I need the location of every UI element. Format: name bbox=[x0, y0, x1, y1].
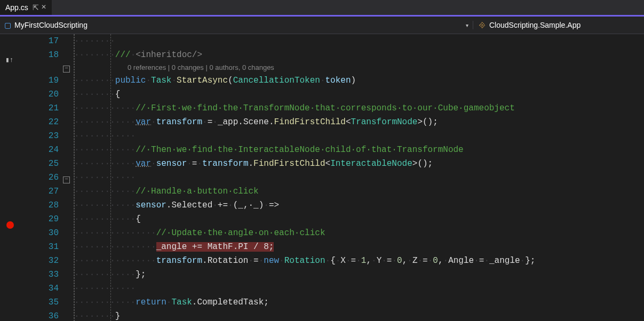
suggestion-indicator-icon[interactable]: ▮↑ bbox=[5, 53, 20, 67]
code-line[interactable]: ············var·sensor·=·transform.FindF… bbox=[74, 157, 644, 171]
nav-right-label: CloudScripting.Sample.App bbox=[489, 21, 581, 29]
nav-left-label: MyFirstCloudScripting bbox=[14, 21, 88, 29]
line-number: 19 bbox=[26, 74, 59, 87]
indent-guide bbox=[74, 34, 75, 321]
code-line[interactable]: ············ bbox=[74, 282, 644, 295]
code-line[interactable]: ············//·Handle·a·button·click bbox=[74, 184, 644, 198]
code-line[interactable]: ········{ bbox=[74, 87, 644, 101]
line-number: 32 bbox=[26, 254, 59, 268]
nav-class-dropdown[interactable]: 🞜 CloudScripting.Sample.App bbox=[473, 21, 644, 29]
line-number: 34 bbox=[26, 282, 59, 295]
breakpoint-icon[interactable] bbox=[5, 218, 20, 232]
line-number: 30 bbox=[26, 226, 59, 240]
code-area[interactable]: ········ ········///·<inheritdoc/> 0 ref… bbox=[74, 34, 644, 321]
line-number: 24 bbox=[26, 143, 59, 157]
line-number: 26 bbox=[26, 171, 59, 184]
code-line[interactable]: ················transform.Rotation·=·new… bbox=[74, 254, 644, 268]
fold-toggle-icon[interactable]: − bbox=[63, 66, 70, 73]
code-line[interactable]: ········public·Task·StartAsync(Cancellat… bbox=[74, 74, 644, 87]
close-icon[interactable]: ✕ bbox=[41, 3, 46, 12]
line-number: 25 bbox=[26, 157, 59, 171]
code-line[interactable]: ············ bbox=[74, 129, 644, 143]
code-line[interactable]: ················//·Update·the·angle·on·e… bbox=[74, 226, 644, 240]
line-number: 35 bbox=[26, 295, 59, 309]
code-line[interactable]: ········ bbox=[74, 34, 644, 48]
glyph-margin[interactable]: ▮↑ bbox=[0, 34, 26, 321]
line-number: 28 bbox=[26, 198, 59, 212]
line-number: 33 bbox=[26, 268, 59, 282]
tab-app-cs[interactable]: App.cs ⇱ ✕ bbox=[0, 0, 52, 15]
line-number: 21 bbox=[26, 101, 59, 115]
fold-toggle-icon[interactable]: − bbox=[63, 176, 70, 183]
fold-gutter[interactable]: − − bbox=[63, 34, 74, 321]
code-line[interactable]: ········///·<inheritdoc/> bbox=[74, 48, 644, 62]
nav-scope-dropdown[interactable]: ▢ MyFirstCloudScripting ▾ bbox=[0, 21, 473, 29]
tab-title: App.cs bbox=[5, 3, 28, 12]
tab-bar: App.cs ⇱ ✕ bbox=[0, 0, 644, 15]
line-number: 18 bbox=[26, 48, 59, 62]
code-line[interactable]: ············//·Then·we·find·the·Interact… bbox=[74, 143, 644, 157]
line-number: 17 bbox=[26, 34, 59, 48]
code-line[interactable]: ············sensor.Selected·+=·(_,·_)·=> bbox=[74, 198, 644, 212]
code-line[interactable]: ············var·transform·=·_app.Scene.F… bbox=[74, 115, 644, 129]
chevron-down-icon: ▾ bbox=[466, 22, 468, 28]
indent-guide bbox=[110, 34, 111, 321]
code-line[interactable]: ············return·Task.CompletedTask; bbox=[74, 295, 644, 309]
pin-icon[interactable]: ⇱ bbox=[33, 3, 39, 12]
code-editor[interactable]: ▮↑ 17 18 19 20 21 22 23 24 25 26 27 28 2… bbox=[0, 34, 644, 321]
code-line[interactable]: ········} bbox=[74, 309, 644, 321]
line-number: 23 bbox=[26, 129, 59, 143]
line-number: 27 bbox=[26, 184, 59, 198]
csharp-project-icon: ▢ bbox=[4, 21, 11, 29]
line-number: 20 bbox=[26, 87, 59, 101]
codelens[interactable]: 0 references | 0 changes | 0 authors, 0 … bbox=[74, 62, 644, 74]
line-number-gutter: 17 18 19 20 21 22 23 24 25 26 27 28 29 3… bbox=[26, 34, 63, 321]
line-number: 36 bbox=[26, 309, 59, 321]
line-number: 31 bbox=[26, 240, 59, 254]
code-line[interactable]: ············}; bbox=[74, 268, 644, 282]
nav-bar: ▢ MyFirstCloudScripting ▾ 🞜 CloudScripti… bbox=[0, 17, 644, 34]
code-line[interactable]: ············//·First·we·find·the·Transfo… bbox=[74, 101, 644, 115]
line-number: 22 bbox=[26, 115, 59, 129]
code-line[interactable]: ············ bbox=[74, 171, 644, 184]
line-number: 29 bbox=[26, 212, 59, 226]
code-line[interactable]: ············{ bbox=[74, 212, 644, 226]
class-icon: 🞜 bbox=[479, 21, 486, 29]
code-line[interactable]: ················_angle += MathF.PI / 8; bbox=[74, 240, 644, 254]
breakpoint-highlight: _angle += MathF.PI / 8; bbox=[156, 242, 274, 252]
